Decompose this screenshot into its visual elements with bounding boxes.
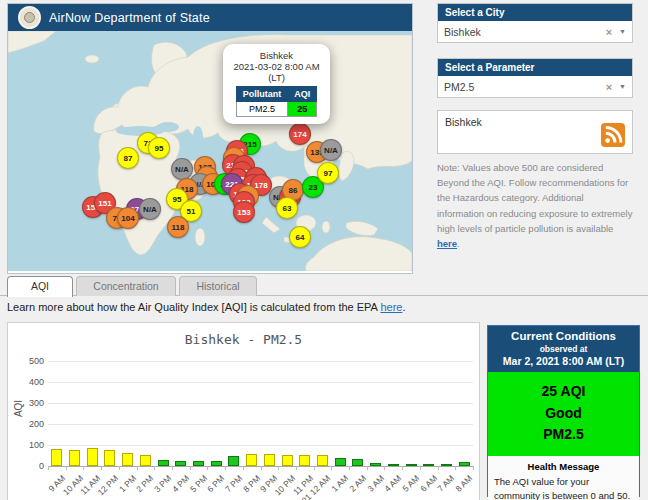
map-marker[interactable]: N/A (139, 198, 161, 220)
aqi-pollutant: PM2.5 (488, 424, 639, 446)
note-here-link[interactable]: here (437, 238, 457, 249)
current-conditions-title: Current Conditions (490, 330, 637, 342)
current-conditions-header: Current Conditions observed at Mar 2, 20… (488, 326, 639, 372)
chart-bar (264, 454, 275, 466)
chart-x-tick (119, 466, 120, 470)
chart-x-tick-label: 3 PM (152, 473, 173, 494)
aqi-chart: Bishkek - PM2.5 AQI 01002003004005009 AM… (7, 322, 480, 500)
chart-y-tick-label: 200 (14, 419, 44, 429)
map-panel: AirNow Department of State (7, 3, 413, 274)
chart-x-tick-label: 6 AM (418, 473, 439, 494)
map-marker[interactable]: 64 (289, 226, 311, 248)
chart-bar (69, 450, 80, 466)
chart-x-tick (48, 466, 49, 470)
popup-aqi-header: AQI (288, 87, 317, 102)
observed-at-label: observed at (490, 344, 637, 354)
feed-box: Bishkek (437, 110, 633, 154)
chevron-down-icon[interactable]: ▼ (619, 28, 626, 35)
chart-x-tick-label: 6 PM (205, 473, 226, 494)
map-popup: Bishkek 2021-03-02 8:00 AM (LT) Pollutan… (223, 44, 330, 124)
map-marker[interactable]: 63 (276, 197, 298, 219)
chart-x-tick (331, 466, 332, 470)
chart-x-tick (438, 466, 439, 470)
chart-bar (299, 455, 310, 466)
chart-x-tick (243, 466, 244, 470)
aqi-value-section: 25 AQI Good PM2.5 (488, 372, 639, 456)
map-marker[interactable]: 104 (117, 207, 139, 229)
chevron-down-icon[interactable]: ▼ (619, 83, 626, 90)
chart-x-tick (190, 466, 191, 470)
chart-x-tick (420, 466, 421, 470)
map-marker[interactable]: 95 (148, 137, 170, 159)
chart-x-tick (261, 466, 262, 470)
app-header: AirNow Department of State (8, 4, 412, 31)
aqi-note: Note: Values above 500 are considered Be… (437, 160, 633, 251)
parameter-select-label: Select a Parameter (438, 59, 632, 76)
chart-x-tick (225, 466, 226, 470)
rss-icon[interactable] (601, 123, 625, 147)
tab-historical[interactable]: Historical (179, 276, 257, 296)
chart-x-tick (455, 466, 456, 470)
chart-x-tick (101, 466, 102, 470)
city-select-value: Bishkek (444, 26, 606, 38)
chart-x-tick (66, 466, 67, 470)
chart-bar (175, 461, 186, 466)
tab-concentration[interactable]: Concentration (76, 276, 176, 296)
popup-datetime: 2021-03-02 8:00 AM (228, 61, 325, 72)
health-message-text: The AQI value for your community is betw… (488, 475, 639, 500)
aqi-value: 25 AQI (488, 381, 639, 403)
chart-y-tick-label: 100 (14, 440, 44, 450)
world-map[interactable]: 739587N/A13789N/A10323118955111815515127… (8, 31, 412, 271)
chart-gridline (48, 361, 473, 362)
chart-bar (140, 455, 151, 466)
map-marker[interactable]: 97 (317, 162, 339, 184)
chart-y-tick-label: 400 (14, 377, 44, 387)
learn-more-here-link[interactable]: here (380, 301, 402, 313)
chart-x-tick (137, 466, 138, 470)
clear-parameter-icon[interactable]: × (606, 81, 612, 93)
chart-gridline (48, 424, 473, 425)
popup-city: Bishkek (228, 50, 325, 61)
chart-gridline (48, 445, 473, 446)
chart-x-tick-label: 5 AM (400, 473, 421, 494)
chart-x-tick-label: 8 PM (241, 473, 262, 494)
map-tiles (8, 31, 412, 271)
city-select[interactable]: Bishkek × ▼ (438, 21, 632, 42)
map-marker[interactable]: 153 (233, 201, 255, 223)
learn-more-line: Learn more about how the Air Quality Ind… (7, 301, 405, 313)
chart-x-tick (207, 466, 208, 470)
popup-pollutant-value: PM2.5 (236, 102, 288, 117)
app-title: AirNow Department of State (49, 11, 210, 25)
chart-bar (317, 455, 328, 466)
city-select-label: Select a City (438, 4, 632, 21)
map-marker[interactable]: 174 (289, 123, 311, 145)
tab-bar: AQI Concentration Historical (7, 276, 257, 297)
chart-y-tick-label: 300 (14, 398, 44, 408)
chart-x-tick-label: 2 PM (134, 473, 155, 494)
map-marker[interactable]: N/A (320, 139, 342, 161)
chart-bar (228, 456, 239, 466)
clear-city-icon[interactable]: × (606, 26, 612, 38)
chart-bar (388, 464, 399, 466)
chart-x-tick-label: 4 PM (170, 473, 191, 494)
city-select-panel: Select a City Bishkek × ▼ (437, 3, 633, 43)
chart-bar (459, 462, 470, 466)
chart-x-tick-label: 1 AM (329, 473, 350, 494)
tab-aqi[interactable]: AQI (7, 276, 73, 297)
chart-bar (406, 464, 417, 466)
map-marker[interactable]: 87 (117, 147, 139, 169)
chart-x-tick-label: 3 AM (365, 473, 386, 494)
chart-bar (193, 461, 204, 466)
chart-title: Bishkek - PM2.5 (8, 332, 479, 347)
chart-x-tick-label: 7 PM (223, 473, 244, 494)
chart-x-tick (473, 466, 474, 470)
parameter-select[interactable]: PM2.5 × ▼ (438, 76, 632, 97)
chart-gridline (48, 382, 473, 383)
map-marker[interactable]: 118 (167, 216, 189, 238)
chart-bar (122, 453, 133, 466)
chart-y-tick-label: 0 (14, 461, 44, 471)
airnow-page: AirNow Department of State (0, 0, 648, 500)
map-marker[interactable]: N/A (171, 158, 193, 180)
health-message-title: Health Message (488, 461, 639, 472)
popup-aqi-value: 25 (288, 102, 317, 117)
